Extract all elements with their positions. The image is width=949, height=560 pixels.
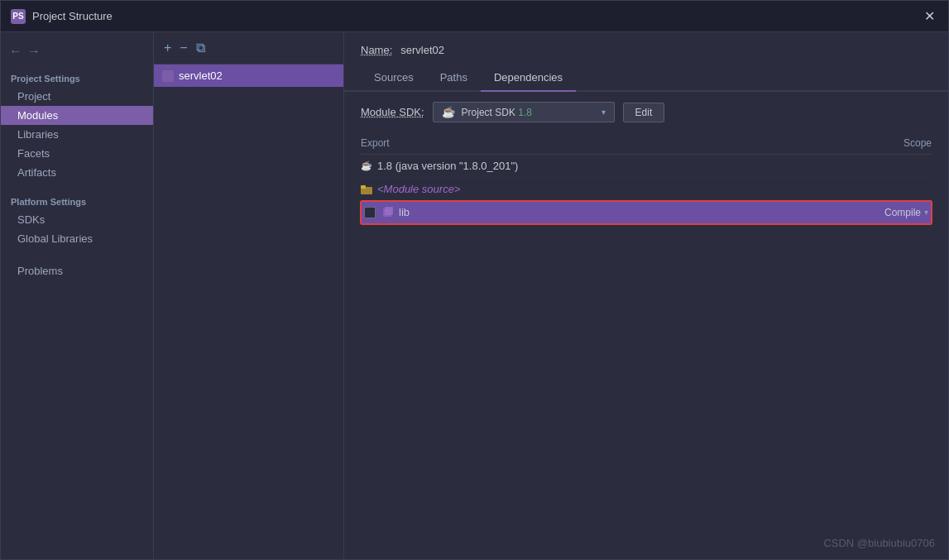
export-header: Export: [361, 137, 390, 149]
lib-icon: [382, 207, 394, 218]
tab-dependencies[interactable]: Dependencies: [481, 65, 576, 92]
sdk-java-icon: ☕: [442, 106, 455, 118]
sidebar-item-libraries[interactable]: Libraries: [1, 125, 153, 144]
sidebar-item-global-libraries[interactable]: Global Libraries: [1, 229, 153, 248]
module-list-panel: + − ⧉ servlet02: [154, 32, 344, 559]
tab-sources[interactable]: Sources: [361, 65, 427, 92]
forward-button[interactable]: →: [27, 44, 41, 59]
svg-rect-1: [361, 185, 366, 189]
tab-paths[interactable]: Paths: [427, 65, 481, 92]
titlebar: PS Project Structure ✕: [1, 1, 948, 32]
app-icon: PS: [11, 9, 26, 24]
svg-rect-3: [385, 207, 393, 215]
sdk-select[interactable]: ☕ Project SDK 1.8 ▾: [433, 102, 615, 122]
sidebar-item-sdks[interactable]: SDKs: [1, 210, 153, 229]
dep-lib-scope[interactable]: Compile ▾: [884, 207, 928, 218]
tabs-row: Sources Paths Dependencies: [344, 65, 948, 92]
module-name: servlet02: [179, 69, 223, 82]
dep-jdk-name: 1.8 (java version "1.8.0_201"): [377, 160, 932, 172]
copy-module-button[interactable]: ⧉: [194, 39, 207, 57]
module-list-toolbar: + − ⧉: [154, 32, 343, 65]
dep-row-module-source: <Module source>: [361, 178, 932, 201]
sdk-row: Module SDK: ☕ Project SDK 1.8 ▾ Edit: [344, 92, 948, 132]
module-item-servlet02[interactable]: servlet02: [154, 65, 343, 87]
dep-lib-name: lib: [399, 206, 884, 218]
edit-sdk-button[interactable]: Edit: [623, 103, 665, 122]
scope-dropdown-icon: ▾: [924, 208, 928, 217]
scope-header: Scope: [903, 137, 932, 149]
sidebar-item-project[interactable]: Project: [1, 87, 153, 106]
titlebar-left: PS Project Structure: [11, 9, 113, 24]
name-label: Name:: [361, 44, 392, 56]
sdk-label: Module SDK:: [361, 106, 424, 118]
watermark: CSDN @biubiubiu0706: [823, 537, 935, 549]
sdk-name: Project SDK 1.8: [462, 107, 595, 118]
platform-settings-header: Platform Settings: [1, 190, 153, 210]
jdk-icon: ☕: [361, 160, 372, 172]
sidebar-item-facets[interactable]: Facets: [1, 144, 153, 163]
sdk-dropdown-icon: ▾: [602, 108, 606, 117]
dependencies-table: Export Scope ☕ 1.8 (java version "1.8.0_…: [344, 132, 948, 559]
sidebar-nav: ← →: [1, 39, 153, 67]
module-name-value: servlet02: [400, 44, 444, 56]
remove-module-button[interactable]: −: [178, 39, 189, 57]
sidebar-item-problems[interactable]: Problems: [1, 261, 153, 280]
detail-panel: Name: servlet02 Sources Paths Dependenci…: [344, 32, 948, 559]
sidebar: ← → Project Settings Project Modules Lib…: [1, 32, 154, 559]
module-source-icon: [361, 184, 372, 195]
dep-module-source-name: <Module source>: [377, 183, 932, 195]
add-module-button[interactable]: +: [162, 39, 173, 57]
sidebar-item-modules[interactable]: Modules: [1, 106, 153, 125]
dep-row-lib[interactable]: lib Compile ▾: [361, 201, 932, 224]
dep-row-jdk: ☕ 1.8 (java version "1.8.0_201"): [361, 155, 932, 178]
lib-export-checkbox[interactable]: [364, 207, 376, 218]
window-title: Project Structure: [32, 10, 113, 22]
project-settings-header: Project Settings: [1, 67, 153, 87]
sidebar-item-artifacts[interactable]: Artifacts: [1, 163, 153, 182]
module-icon: [162, 70, 174, 82]
project-structure-window: PS Project Structure ✕ ← → Project Setti…: [0, 0, 949, 560]
deps-header: Export Scope: [361, 132, 932, 155]
name-row: Name: servlet02: [344, 32, 948, 65]
close-button[interactable]: ✕: [921, 5, 938, 27]
main-content: ← → Project Settings Project Modules Lib…: [1, 32, 948, 559]
back-button[interactable]: ←: [9, 44, 22, 59]
